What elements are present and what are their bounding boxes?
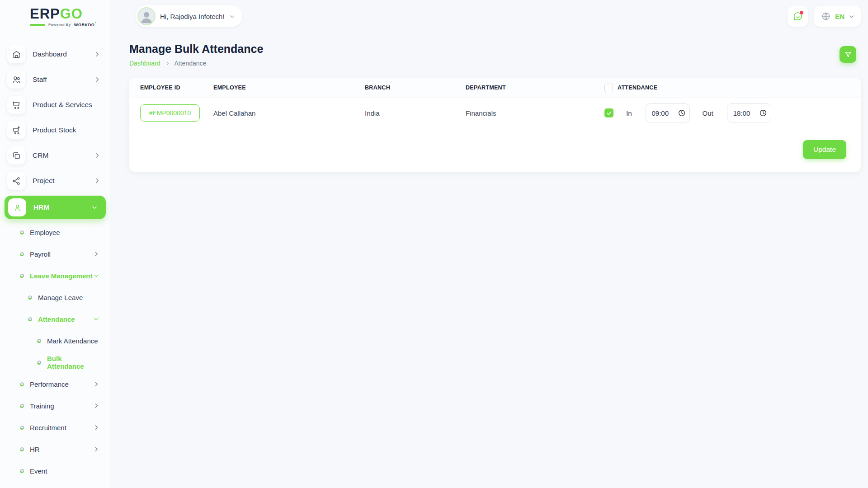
- bullet-icon: [20, 447, 24, 451]
- filter-button[interactable]: [840, 46, 856, 63]
- powered-by-label: Powered By: [48, 23, 71, 27]
- breadcrumb-current: Attendance: [175, 60, 207, 67]
- sidebar-item-label: Project: [33, 177, 94, 185]
- chevron-right-icon: [94, 178, 100, 184]
- bullet-icon: [37, 339, 41, 343]
- sidebar-item-dashboard[interactable]: Dashboard: [0, 42, 110, 67]
- logo-underline: [30, 24, 45, 26]
- sidebar-item-label: Product & Services: [33, 101, 100, 109]
- bullet-icon: [28, 296, 32, 300]
- sidebar-item-event[interactable]: Event: [0, 460, 110, 482]
- logo-text-primary: ERP: [30, 6, 60, 22]
- bullet-icon: [20, 382, 24, 386]
- update-button[interactable]: Update: [803, 140, 846, 159]
- column-header-department: DEPARTMENT: [466, 84, 604, 91]
- table-row: #EMP0000010 Abel Callahan India Financia…: [129, 98, 861, 128]
- page-title: Manage Bulk Attendance: [129, 42, 861, 56]
- top-header: Hi, Rajodiya Infotech! EN: [110, 0, 868, 33]
- breadcrumb-dashboard-link[interactable]: Dashboard: [129, 60, 160, 67]
- sidebar-item-leave-management[interactable]: Leave Management: [0, 265, 110, 286]
- copy-icon: [7, 146, 25, 164]
- users-icon: [7, 70, 25, 89]
- user-greeting: Hi, Rajodiya Infotech!: [160, 13, 225, 20]
- sidebar-item-label: Recruitment: [30, 424, 93, 432]
- language-code: EN: [835, 13, 844, 20]
- chevron-down-icon: [91, 204, 98, 211]
- out-label: Out: [703, 109, 713, 117]
- sidebar-item-label: Training: [30, 402, 93, 410]
- sidebar-item-recruitment[interactable]: Recruitment: [0, 417, 110, 438]
- chevron-right-icon: [93, 381, 99, 387]
- sidebar-item-employee[interactable]: Employee: [0, 221, 110, 243]
- sidebar-item-crm[interactable]: CRM: [0, 143, 110, 168]
- sidebar-item-manage-leave[interactable]: Manage Leave: [0, 286, 110, 308]
- sidebar-item-hrm[interactable]: HRM: [5, 196, 106, 219]
- home-icon: [7, 45, 25, 63]
- breadcrumb: Dashboard Attendance: [129, 60, 861, 67]
- column-header-employee: EMPLOYEE: [213, 84, 365, 91]
- chevron-right-icon: [93, 446, 99, 452]
- sidebar-item-label: Product Stock: [33, 126, 100, 134]
- sidebar-item-project[interactable]: Project: [0, 168, 110, 193]
- filter-funnel-icon: [844, 51, 852, 59]
- sidebar-item-training[interactable]: Training: [0, 395, 110, 417]
- branch-value: India: [365, 109, 466, 117]
- chevron-right-icon: [93, 251, 99, 257]
- sidebar-item-staff[interactable]: Staff: [0, 67, 110, 92]
- checkmark-icon: [606, 110, 612, 116]
- chevron-right-icon: [93, 403, 99, 409]
- bullet-icon: [20, 252, 24, 256]
- employee-name: Abel Callahan: [213, 109, 365, 117]
- sidebar-item-hr[interactable]: HR: [0, 438, 110, 460]
- sidebar-item-label: Dashboard: [33, 50, 94, 58]
- sidebar-item-bulk-attendance[interactable]: Bulk Attendance: [0, 352, 110, 373]
- bullet-icon: [20, 274, 24, 278]
- sidebar: ERPGO Powered By WORKDO Dashboard Staff …: [0, 0, 110, 488]
- attendance-checkbox[interactable]: [604, 108, 613, 117]
- chevron-down-icon: [849, 14, 854, 19]
- column-header-branch: BRANCH: [365, 84, 466, 91]
- main-content: Manage Bulk Attendance Dashboard Attenda…: [129, 42, 861, 172]
- sidebar-item-label: HR: [30, 446, 93, 453]
- select-all-checkbox[interactable]: [604, 84, 613, 92]
- in-time-input[interactable]: [646, 103, 690, 122]
- column-header-employee-id: EMPLOYEE ID: [140, 84, 213, 91]
- out-time-input[interactable]: [727, 103, 771, 122]
- share-icon: [7, 172, 25, 190]
- sidebar-nav: Dashboard Staff Product & Services Produ…: [0, 33, 110, 482]
- cart-icon: [7, 96, 25, 114]
- sidebar-item-label: Employee: [30, 229, 99, 236]
- cart-plus-icon: [7, 121, 25, 139]
- sidebar-item-label: Attendance: [38, 315, 93, 323]
- column-header-attendance: ATTENDANCE: [618, 84, 657, 91]
- chevron-down-icon: [229, 14, 235, 19]
- sidebar-item-label: Mark Attendance: [47, 337, 99, 345]
- sidebar-item-label: Event: [30, 467, 99, 475]
- sidebar-item-performance[interactable]: Performance: [0, 373, 110, 395]
- attendance-card: EMPLOYEE ID EMPLOYEE BRANCH DEPARTMENT A…: [129, 78, 861, 172]
- sidebar-item-payroll[interactable]: Payroll: [0, 243, 110, 265]
- sidebar-item-product-stock[interactable]: Product Stock: [0, 117, 110, 143]
- app-logo[interactable]: ERPGO Powered By WORKDO: [0, 0, 110, 33]
- bullet-icon: [28, 317, 32, 321]
- sidebar-item-label: Manage Leave: [38, 294, 99, 301]
- avatar: [137, 7, 156, 25]
- bullet-icon: [20, 469, 24, 473]
- sidebar-item-product-services[interactable]: Product & Services: [0, 92, 110, 117]
- user-menu[interactable]: Hi, Rajodiya Infotech!: [136, 5, 242, 27]
- sidebar-item-label: Staff: [33, 75, 94, 84]
- bullet-icon: [20, 230, 24, 235]
- sidebar-item-label: HRM: [33, 203, 91, 211]
- notification-chat-button[interactable]: [788, 6, 808, 27]
- language-selector[interactable]: EN: [814, 6, 861, 27]
- sidebar-item-label: Leave Management: [30, 272, 93, 280]
- department-value: Financials: [466, 109, 604, 117]
- sidebar-item-label: Payroll: [30, 250, 93, 258]
- in-label: In: [626, 109, 632, 117]
- sidebar-item-mark-attendance[interactable]: Mark Attendance: [0, 330, 110, 352]
- sidebar-item-attendance[interactable]: Attendance: [0, 308, 110, 330]
- chevron-right-icon: [93, 424, 99, 431]
- employee-id-badge[interactable]: #EMP0000010: [140, 104, 200, 122]
- chevron-down-icon: [93, 272, 99, 279]
- sidebar-item-label: CRM: [33, 151, 94, 160]
